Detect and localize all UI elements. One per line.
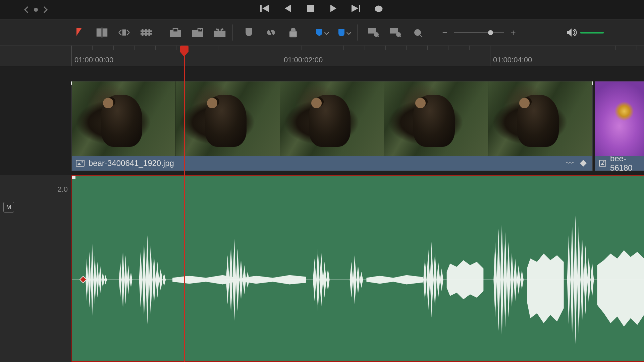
chevron-down-icon [346,30,351,35]
timeline-toolbar: − + [0,19,644,46]
svg-marker-23 [222,28,224,30]
stop-button[interactable] [306,3,316,13]
svg-line-40 [400,36,401,37]
zoom-custom-button[interactable] [412,26,424,39]
ruler-label: 01:00:04:00 [493,56,532,64]
svg-rect-9 [103,29,107,36]
volume-meter [567,28,604,37]
audio-db-label: 2.0 [57,185,68,194]
zoom-thumb[interactable] [488,30,493,35]
svg-rect-21 [214,31,225,37]
video-clip-bee[interactable]: bee-56180 [595,81,644,171]
svg-marker-1 [262,5,269,12]
lock-button[interactable] [287,26,299,39]
svg-rect-6 [359,5,360,12]
zoom-full-button[interactable] [368,26,380,39]
step-back-button[interactable] [283,3,293,13]
loop-button[interactable] [374,3,384,13]
flag-button[interactable] [316,26,328,39]
keyframe-icon[interactable] [580,160,587,167]
flag-icon [316,29,322,36]
svg-rect-14 [142,29,143,36]
zoom-detail-button[interactable] [390,26,402,39]
clip-label-bar: bee-56180 [595,156,644,171]
marker-button[interactable] [338,26,351,39]
clip-thumbnail [595,81,644,156]
zoom-out-button[interactable]: − [441,27,448,38]
nav-buttons [0,7,47,12]
transport-controls [260,3,384,13]
svg-marker-5 [352,5,358,12]
svg-point-41 [415,29,421,36]
play-button[interactable] [328,3,338,13]
overwrite-tool[interactable] [192,26,204,39]
page-dot [34,8,38,12]
svg-rect-24 [290,32,297,37]
audio-clip[interactable] [71,175,644,362]
clip-filename: bee-56180 [610,154,640,173]
svg-marker-4 [330,5,336,12]
svg-rect-16 [149,29,150,36]
image-icon [76,160,85,167]
last-frame-button[interactable] [351,3,361,13]
clip-thumbnail [384,81,488,156]
svg-marker-22 [216,28,217,30]
volume-level [580,32,604,34]
retime-curve-icon[interactable]: 〰 [566,159,574,168]
dynamic-trim-tool[interactable] [118,26,130,39]
image-icon [599,160,606,167]
waveform [72,176,644,361]
snap-button[interactable] [243,26,255,39]
mute-button[interactable]: M [3,202,14,213]
clip-filename: bear-3400641_1920.jpg [89,159,174,168]
selection-tool[interactable] [74,26,86,39]
clip-thumbnail [72,81,176,156]
clip-thumbnail [176,81,280,156]
transport-bar [0,0,644,19]
svg-rect-15 [145,29,147,36]
blade-tool[interactable] [140,26,152,39]
svg-marker-43 [567,28,572,37]
svg-line-42 [420,35,422,37]
audio-center-line [72,280,644,280]
svg-rect-11 [123,30,125,35]
clip-thumbnail [280,81,384,156]
ruler-label: 01:00:00:00 [74,56,113,64]
video-clip-bear[interactable]: bear-3400641_1920.jpg 〰 [71,81,593,171]
next-page-icon[interactable] [41,6,48,13]
first-frame-button[interactable] [260,3,270,13]
ruler-label: 01:00:02:00 [284,56,323,64]
svg-rect-3 [307,5,314,12]
zoom-slider[interactable]: − + [441,27,517,38]
svg-rect-18 [173,28,178,32]
playhead[interactable] [184,46,185,362]
timeline-ruler[interactable]: 01:00:00:00 01:00:02:00 01:00:04:00 [0,46,644,66]
chevron-down-icon [324,30,329,35]
clip-thumbnail [488,81,592,156]
speaker-icon [567,28,577,37]
clip-label-bar: bear-3400641_1920.jpg 〰 [72,156,592,171]
zoom-track[interactable] [454,32,504,33]
insert-tool[interactable] [169,26,181,39]
audio-track: 2.0 M [0,175,644,362]
svg-rect-0 [260,5,262,12]
svg-rect-8 [97,29,101,36]
zoom-in-button[interactable]: + [509,27,517,38]
svg-line-30 [378,36,379,37]
prev-page-icon[interactable] [24,6,31,13]
link-button[interactable] [265,26,277,39]
marker-icon [338,29,344,36]
svg-marker-2 [285,5,291,12]
video-track: bear-3400641_1920.jpg 〰 bee-56180 [71,81,644,171]
trim-tool[interactable] [96,26,108,39]
audio-track-header: 2.0 M [0,175,71,362]
replace-tool[interactable] [214,26,226,39]
